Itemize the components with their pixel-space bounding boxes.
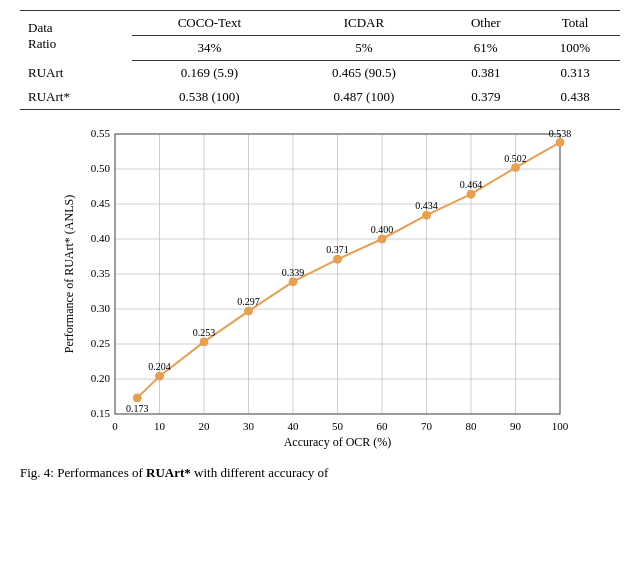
caption-suffix: with different accuracy of [191,465,329,480]
row-coco-ruartstar: 0.538 (100) [132,85,286,110]
col-sub-coco: 34% [132,36,286,61]
svg-text:0.464: 0.464 [460,179,483,190]
caption-bold: RUArt* [146,465,191,480]
col-header-total: Total [530,11,620,36]
svg-text:70: 70 [421,420,433,432]
data-point [289,278,297,286]
data-point [334,255,342,263]
svg-text:0.297: 0.297 [237,296,260,307]
svg-text:80: 80 [466,420,478,432]
svg-text:0: 0 [112,420,118,432]
row-other-ruart: 0.381 [442,61,531,86]
svg-text:0.371: 0.371 [326,244,349,255]
svg-text:0.434: 0.434 [415,200,438,211]
svg-text:60: 60 [377,420,389,432]
svg-text:90: 90 [510,420,522,432]
data-point [200,338,208,346]
svg-text:0.30: 0.30 [91,302,111,314]
svg-text:0.25: 0.25 [91,337,111,349]
x-axis-label: Accuracy of OCR (%) [284,435,392,449]
svg-text:20: 20 [199,420,211,432]
scatter-chart: 0 10 20 30 40 50 60 70 80 90 100 0.55 0.… [60,124,580,454]
col-header-icdar: ICDAR [286,11,441,36]
col-header-ratio: DataRatio [20,11,132,61]
row-total-ruart: 0.313 [530,61,620,86]
svg-text:0.50: 0.50 [91,162,111,174]
svg-text:0.35: 0.35 [91,267,111,279]
svg-text:0.20: 0.20 [91,372,111,384]
svg-text:0.400: 0.400 [371,224,394,235]
chart-wrap: 0 10 20 30 40 50 60 70 80 90 100 0.55 0.… [60,124,580,454]
row-total-ruartstar: 0.438 [530,85,620,110]
data-table: DataRatio COCO-Text ICDAR Other Total 34… [20,10,620,110]
col-sub-icdar: 5% [286,36,441,61]
col-sub-total: 100% [530,36,620,61]
chart-container: 0 10 20 30 40 50 60 70 80 90 100 0.55 0.… [20,124,620,454]
data-point [556,138,564,146]
col-header-coco: COCO-Text [132,11,286,36]
y-axis-label: Performance of RUArt* (ANLS) [62,195,76,353]
table-row: RUArt 0.169 (5.9) 0.465 (90.5) 0.381 0.3… [20,61,620,86]
data-point [245,307,253,315]
table-row: RUArt* 0.538 (100) 0.487 (100) 0.379 0.4… [20,85,620,110]
svg-text:0.502: 0.502 [504,153,527,164]
data-point [156,372,164,380]
data-point [133,394,141,402]
svg-text:100: 100 [552,420,569,432]
trend-line [137,142,560,398]
svg-text:40: 40 [288,420,300,432]
data-point [512,164,520,172]
row-other-ruartstar: 0.379 [442,85,531,110]
svg-text:30: 30 [243,420,255,432]
figure-caption: Fig. 4: Performances of RUArt* with diff… [20,464,620,482]
svg-text:0.45: 0.45 [91,197,111,209]
svg-text:0.15: 0.15 [91,407,111,419]
row-name-ruartstar: RUArt* [20,85,132,110]
row-icdar-ruart: 0.465 (90.5) [286,61,441,86]
svg-text:50: 50 [332,420,344,432]
col-sub-other: 61% [442,36,531,61]
svg-text:0.55: 0.55 [91,127,111,139]
svg-text:0.173: 0.173 [126,403,149,414]
data-point [378,235,386,243]
svg-text:0.40: 0.40 [91,232,111,244]
caption-text: Performances of [54,465,146,480]
data-point [467,190,475,198]
caption-prefix: Fig. 4: [20,465,54,480]
data-point [423,211,431,219]
svg-text:10: 10 [154,420,166,432]
svg-text:0.204: 0.204 [148,361,171,372]
svg-text:0.538: 0.538 [549,128,572,139]
row-icdar-ruartstar: 0.487 (100) [286,85,441,110]
row-name-ruart: RUArt [20,61,132,86]
svg-text:0.339: 0.339 [282,267,305,278]
row-coco-ruart: 0.169 (5.9) [132,61,286,86]
col-header-other: Other [442,11,531,36]
svg-text:0.253: 0.253 [193,327,216,338]
